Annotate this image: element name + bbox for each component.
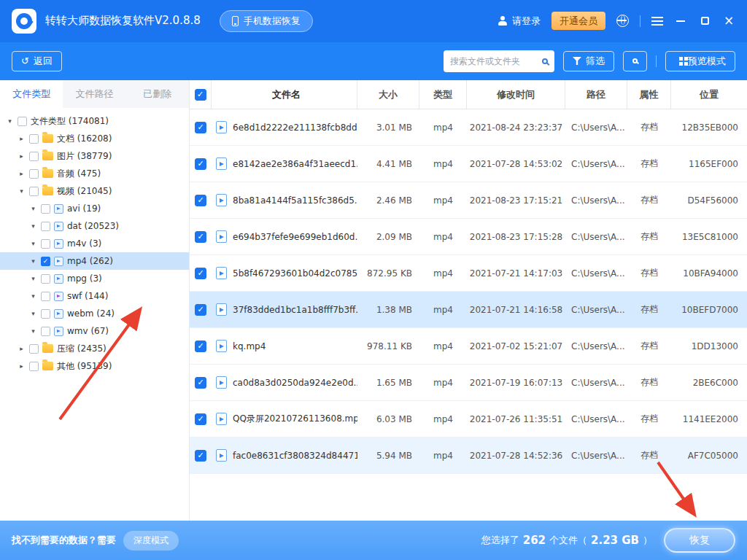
tree-item[interactable]: ▾ ✓ dat (20523) <box>0 217 189 235</box>
col-size[interactable]: 大小 <box>357 80 419 109</box>
row-checkbox[interactable]: ✓ <box>195 268 206 279</box>
tree-item[interactable]: ▾ ✓ mpg (3) <box>0 270 189 287</box>
check-icon: ✓ <box>197 233 204 241</box>
file-attr: 存档 <box>627 365 671 400</box>
tree-item[interactable]: ▾ ✓ wmv (67) <box>0 322 189 340</box>
search-input[interactable] <box>450 56 538 66</box>
row-checkbox-cell: ✓ <box>190 401 212 437</box>
search-box[interactable] <box>444 50 554 72</box>
tree-checkbox[interactable]: ✓ <box>41 274 50 284</box>
recover-button[interactable]: 恢复 <box>664 528 735 553</box>
tree-checkbox[interactable]: ✓ <box>41 309 50 319</box>
expand-arrow-icon[interactable]: ▸ <box>18 362 26 370</box>
expand-arrow-icon[interactable]: ▸ <box>18 170 26 177</box>
expand-arrow-icon[interactable]: ▾ <box>29 310 37 317</box>
row-checkbox[interactable]: ✓ <box>195 195 206 206</box>
table-row[interactable]: ✓ QQ录屏20210726113608.mp4 6.03 MB mp4 202… <box>190 401 747 438</box>
tree-item[interactable]: ▸ ✓ 图片 (38779) <box>0 147 189 165</box>
row-checkbox[interactable]: ✓ <box>195 158 206 170</box>
expand-arrow-icon[interactable]: ▸ <box>18 135 26 142</box>
table-row[interactable]: ✓ 37f83dded1bc1a1b8fff7b3ff... 1.38 MB m… <box>190 292 747 328</box>
expand-arrow-icon[interactable]: ▸ <box>18 152 26 160</box>
col-filename[interactable]: 文件名 <box>212 80 357 109</box>
row-checkbox[interactable]: ✓ <box>195 450 206 462</box>
table-row[interactable]: ✓ e8142ae2e386a4f31aeecd1... 4.41 MB mp4… <box>190 146 747 182</box>
tree-checkbox[interactable]: ✓ <box>41 222 50 231</box>
table-row[interactable]: ✓ kq.mp4 978.11 KB mp4 2021-07-02 15:21:… <box>190 328 747 365</box>
tree-item[interactable]: ▾ ✓ webm (24) <box>0 305 189 322</box>
close-button[interactable]: × <box>722 15 735 28</box>
preview-mode-button[interactable]: 预览模式 <box>665 51 735 71</box>
expand-arrow-icon[interactable]: ▾ <box>29 257 37 265</box>
tree-item[interactable]: ▸ ✓ 压缩 (2435) <box>0 340 189 357</box>
table-row[interactable]: ✓ e694b37fefe9e699eb1d60d... 2.09 MB mp4… <box>190 219 747 255</box>
tree-item[interactable]: ▸ ✓ 音频 (475) <box>0 165 189 182</box>
table-row[interactable]: ✓ ca0d8a3d0250da924e2e0d... 1.65 MB mp4 … <box>190 365 747 401</box>
tree-checkbox[interactable]: ✓ <box>29 344 39 354</box>
vip-button[interactable]: 开通会员 <box>551 12 605 30</box>
table-row[interactable]: ✓ 8ba81a4144f5a115fc386d5... 2.46 MB mp4… <box>190 182 747 219</box>
deep-mode-button[interactable]: 深度模式 <box>123 531 179 551</box>
row-checkbox[interactable]: ✓ <box>195 413 206 425</box>
expand-arrow-icon[interactable]: ▾ <box>6 117 14 125</box>
col-type[interactable]: 类型 <box>419 80 467 109</box>
tree-item[interactable]: ▾ ✓ 文件类型 (174081) <box>0 112 189 130</box>
table-row[interactable]: ✓ fac0e8631cf3808324d84471... 5.94 MB mp… <box>190 438 747 474</box>
expand-arrow-icon[interactable]: ▸ <box>18 345 26 352</box>
node-icon <box>54 327 63 336</box>
tab-file-type[interactable]: 文件类型 <box>0 80 63 108</box>
tree-checkbox[interactable]: ✓ <box>41 204 50 214</box>
row-checkbox[interactable]: ✓ <box>195 304 206 316</box>
filter-button[interactable]: 筛选 <box>563 51 614 71</box>
tree-item[interactable]: ▸ ✓ 文档 (16208) <box>0 130 189 147</box>
row-checkbox[interactable]: ✓ <box>195 231 206 243</box>
phone-recovery-button[interactable]: 手机数据恢复 <box>220 10 313 32</box>
expand-arrow-icon[interactable]: ▾ <box>29 240 37 247</box>
tree-checkbox[interactable]: ✓ <box>29 187 39 196</box>
table-row[interactable]: ✓ 5b8f467293601b04d2c0785... 872.95 KB m… <box>190 255 747 292</box>
tree-checkbox[interactable]: ✓ <box>41 292 50 301</box>
search-options-button[interactable] <box>623 51 647 71</box>
search-icon[interactable] <box>542 58 548 64</box>
tree-item[interactable]: ▾ ✓ swf (144) <box>0 287 189 305</box>
tree-item[interactable]: ▾ ✓ 视频 (21045) <box>0 182 189 200</box>
expand-arrow-icon[interactable]: ▾ <box>29 222 37 230</box>
expand-arrow-icon[interactable]: ▾ <box>29 205 37 212</box>
tab-file-path[interactable]: 文件路径 <box>63 80 125 108</box>
row-checkbox[interactable]: ✓ <box>195 341 206 352</box>
tree-checkbox[interactable]: ✓ <box>41 327 50 336</box>
tree-checkbox[interactable]: ✓ <box>29 134 39 144</box>
tree-item[interactable]: ▾ ✓ m4v (3) <box>0 235 189 252</box>
tree-checkbox[interactable]: ✓ <box>41 239 50 249</box>
tree-checkbox[interactable]: ✓ <box>18 117 27 126</box>
expand-arrow-icon[interactable]: ▾ <box>29 275 37 282</box>
col-path[interactable]: 路径 <box>565 80 627 109</box>
tree-checkbox[interactable]: ✓ <box>41 257 50 266</box>
expand-arrow-icon[interactable]: ▾ <box>18 187 26 195</box>
maximize-button[interactable] <box>698 15 711 28</box>
minimize-button[interactable] <box>674 15 687 28</box>
tab-deleted[interactable]: 已删除 <box>126 80 189 108</box>
back-button[interactable]: ↺ 返回 <box>12 51 62 71</box>
file-list: ✓ 6e8d1d2222e211138fcb8dd... 3.01 MB mp4… <box>190 109 747 474</box>
service-icon[interactable] <box>616 15 629 27</box>
expand-arrow-icon[interactable]: ▾ <box>29 292 37 300</box>
row-checkbox[interactable]: ✓ <box>195 377 206 389</box>
tree-item[interactable]: ▾ ✓ mp4 (262) <box>0 252 189 270</box>
col-attr[interactable]: 属性 <box>627 80 671 109</box>
row-checkbox[interactable]: ✓ <box>195 122 206 133</box>
table-row[interactable]: ✓ 6e8d1d2222e211138fcb8dd... 3.01 MB mp4… <box>190 109 747 146</box>
tree-checkbox[interactable]: ✓ <box>29 169 39 179</box>
col-modified[interactable]: 修改时间 <box>467 80 565 109</box>
file-path: C:\Users\A... <box>565 146 627 182</box>
select-all-checkbox[interactable]: ✓ <box>195 89 206 101</box>
tree-item[interactable]: ▾ ✓ avi (19) <box>0 200 189 217</box>
menu-icon[interactable] <box>651 17 663 26</box>
tree-checkbox[interactable]: ✓ <box>29 362 39 371</box>
row-checkbox-cell: ✓ <box>190 292 212 327</box>
expand-arrow-icon[interactable]: ▾ <box>29 327 37 335</box>
login-button[interactable]: 请登录 <box>498 15 541 28</box>
tree-checkbox[interactable]: ✓ <box>29 152 39 161</box>
tree-item[interactable]: ▸ ✓ 其他 (95139) <box>0 357 189 375</box>
col-location[interactable]: 位置 <box>671 80 747 109</box>
